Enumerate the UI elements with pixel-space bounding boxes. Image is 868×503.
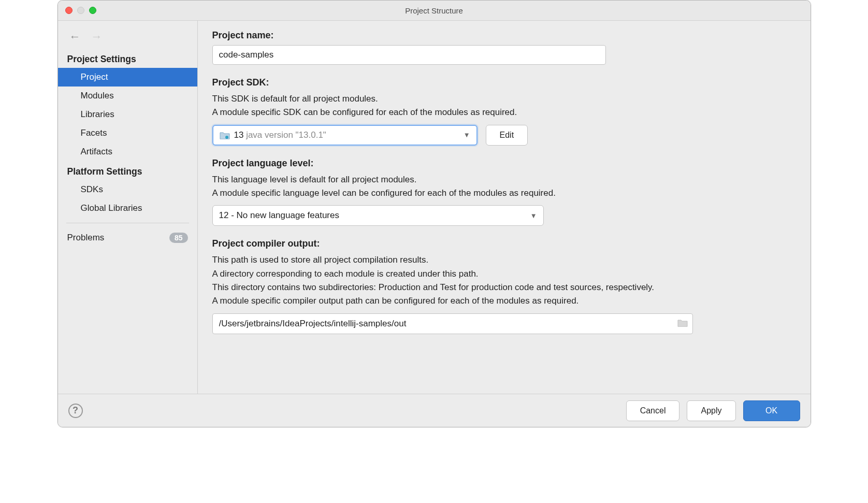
nav-arrows: ← → [58,25,197,49]
footer: ? Cancel Apply OK [58,394,811,427]
close-window-icon[interactable] [65,7,73,14]
sidebar-item-sdks[interactable]: SDKs [58,180,197,199]
compiler-output-label: Project compiler output: [212,238,796,249]
minimize-window-icon [77,7,84,14]
language-level-combo[interactable]: 12 - No new language features ▼ [212,205,544,226]
forward-arrow-icon: → [91,30,103,44]
sdk-desc-1: This SDK is default for all project modu… [212,92,796,106]
out-desc-2: A directory corresponding to each module… [212,267,796,281]
main-panel: Project name: Project SDK: This SDK is d… [198,21,811,394]
jdk-folder-icon [220,131,230,139]
sidebar: ← → Project Settings Project Modules Lib… [58,21,198,394]
sidebar-item-problems[interactable]: Problems 85 [58,228,197,247]
out-desc-1: This path is used to store all project c… [212,253,796,267]
compiler-output-input[interactable] [212,313,693,334]
sidebar-item-project[interactable]: Project [58,68,197,87]
titlebar: Project Structure [58,1,811,21]
sidebar-divider [66,223,189,223]
browse-folder-icon[interactable] [677,319,688,329]
problems-badge: 85 [169,233,188,243]
language-level-label: Project language level: [212,158,796,169]
back-arrow-icon[interactable]: ← [69,30,81,44]
sdk-desc-2: A module specific SDK can be configured … [212,106,796,119]
sidebar-item-global-libraries[interactable]: Global Libraries [58,199,197,218]
chevron-down-icon: ▼ [530,212,537,220]
section-platform-settings: Platform Settings [58,161,197,180]
project-name-label: Project name: [212,30,796,41]
ok-button[interactable]: OK [743,400,800,421]
edit-sdk-button[interactable]: Edit [486,125,528,146]
svg-point-0 [225,136,228,139]
sidebar-item-modules[interactable]: Modules [58,87,197,105]
project-name-input[interactable] [212,45,606,65]
out-desc-3: This directory contains two subdirectori… [212,281,699,294]
chevron-down-icon: ▼ [464,131,470,139]
traffic-lights [65,7,96,14]
sidebar-item-artifacts[interactable]: Artifacts [58,142,197,161]
lang-desc-2: A module specific language level can be … [212,186,796,200]
help-icon[interactable]: ? [68,404,83,418]
maximize-window-icon[interactable] [89,7,96,14]
sidebar-item-facets[interactable]: Facets [58,124,197,142]
apply-button[interactable]: Apply [687,400,735,421]
window-title: Project Structure [64,6,804,15]
language-level-value: 12 - No new language features [219,210,530,221]
lang-desc-1: This language level is default for all p… [212,173,796,186]
section-project-settings: Project Settings [58,49,197,68]
project-sdk-label: Project SDK: [212,77,796,88]
sidebar-item-libraries[interactable]: Libraries [58,105,197,124]
out-desc-4: A module specific compiler output path c… [212,294,699,308]
problems-label: Problems [67,233,105,243]
sdk-value: 13 java version "13.0.1" [234,130,464,140]
project-sdk-combo[interactable]: 13 java version "13.0.1" ▼ [212,125,478,146]
cancel-button[interactable]: Cancel [626,400,680,421]
